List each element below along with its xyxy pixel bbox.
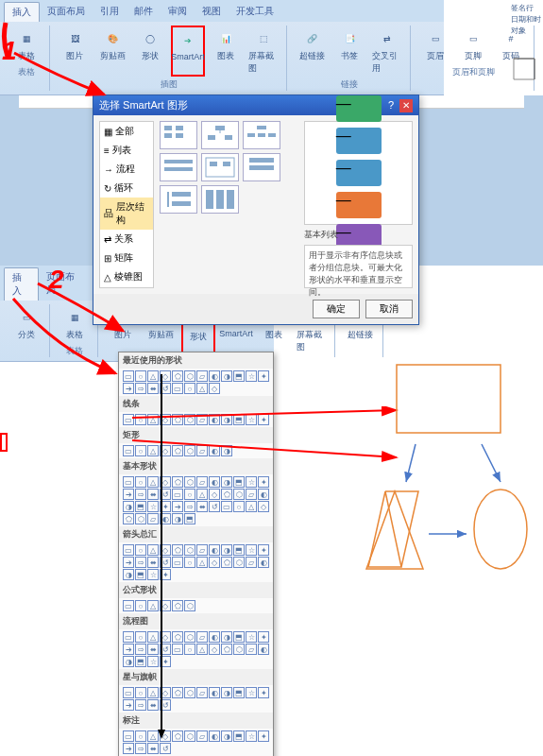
help-icon[interactable]: ? — [384, 99, 398, 112]
footer-button[interactable]: ▭页脚 — [456, 26, 490, 64]
shape-option[interactable]: ⬠ — [172, 730, 183, 742]
shape-option[interactable]: ◇ — [160, 631, 171, 643]
shape-option[interactable]: ○ — [135, 476, 146, 488]
shape-option[interactable]: ▱ — [147, 513, 159, 524]
tab-dev[interactable]: 开发工具 — [229, 2, 281, 22]
shape-option[interactable]: ➔ — [123, 557, 134, 568]
shape-option[interactable]: ◐ — [209, 445, 220, 456]
shape-option[interactable]: ◇ — [258, 501, 269, 512]
thumb[interactable] — [160, 121, 197, 149]
shape-option[interactable]: ◐ — [209, 631, 220, 643]
tab-layout[interactable]: 页面布局 — [40, 2, 93, 22]
hyperlink-button[interactable]: 🔗超链接 — [295, 26, 329, 77]
shape-option[interactable]: ✦ — [258, 476, 269, 488]
shape-option[interactable]: ✦ — [160, 501, 171, 512]
shape-option[interactable]: △ — [196, 489, 208, 500]
shape-option[interactable]: ▭ — [123, 544, 134, 556]
shape-option[interactable]: ▱ — [196, 414, 208, 425]
shape-option[interactable]: ▭ — [123, 730, 134, 742]
shape-option[interactable]: ◑ — [221, 631, 232, 643]
shape-option[interactable]: ➔ — [123, 383, 134, 394]
shape-option[interactable]: ◐ — [209, 687, 220, 698]
tab-insert-2[interactable]: 插入 — [4, 267, 39, 301]
shape-option[interactable]: △ — [147, 445, 159, 456]
cat-matrix[interactable]: ⊞矩阵 — [100, 249, 153, 267]
shape-option[interactable]: ◇ — [209, 644, 220, 655]
shape-option[interactable]: ⇨ — [135, 743, 146, 754]
shape-option[interactable]: ⬡ — [233, 644, 245, 655]
shape-option[interactable]: ⇨ — [135, 699, 146, 711]
thumb[interactable] — [201, 153, 239, 181]
shape-option[interactable]: ◇ — [160, 544, 171, 556]
shape-option[interactable]: ⬌ — [147, 383, 159, 394]
shape-option[interactable]: ◇ — [160, 476, 171, 488]
shape-option[interactable]: ◑ — [221, 730, 232, 742]
shape-option[interactable]: ▭ — [123, 631, 134, 643]
shape-option[interactable]: ✦ — [160, 656, 171, 667]
shape-option[interactable]: ▭ — [123, 600, 134, 611]
shape-option[interactable]: ◐ — [209, 544, 220, 556]
shape-option[interactable]: ○ — [184, 644, 195, 655]
shape-option[interactable]: ▭ — [123, 687, 134, 698]
shape-option[interactable]: ◑ — [123, 569, 134, 580]
chart-button[interactable]: 📊图表 — [209, 26, 243, 77]
shape-option[interactable]: △ — [147, 476, 159, 488]
thumb[interactable] — [160, 153, 197, 181]
thumb[interactable] — [243, 121, 280, 149]
shape-option[interactable]: ⬠ — [221, 644, 232, 655]
thumb[interactable] — [160, 185, 197, 214]
shape-option[interactable]: ◑ — [172, 513, 183, 524]
header-button[interactable]: ▭页眉 — [418, 26, 452, 64]
smartart-button[interactable]: ➔SmartArt — [171, 26, 205, 77]
shape-option[interactable]: △ — [196, 644, 208, 655]
shape-option[interactable]: ⬒ — [233, 476, 245, 488]
shape-option[interactable]: ▱ — [196, 544, 208, 556]
shape-option[interactable]: ➔ — [123, 489, 134, 500]
shape-option[interactable]: ◑ — [123, 656, 134, 667]
ok-button[interactable]: 确定 — [313, 300, 360, 318]
shape-option[interactable]: ○ — [135, 544, 146, 556]
shape-option[interactable]: ⬠ — [172, 631, 183, 643]
shape-option[interactable]: ◑ — [221, 687, 232, 698]
shape-option[interactable]: ☆ — [147, 569, 159, 580]
shape-option[interactable]: ▭ — [172, 644, 183, 655]
shape-option[interactable]: ⬒ — [233, 544, 245, 556]
tables-button-2[interactable]: ▦表格 — [58, 304, 92, 343]
shape-option[interactable]: ▱ — [246, 489, 257, 500]
shape-option[interactable]: ⬠ — [221, 489, 232, 500]
shape-option[interactable]: ◑ — [221, 445, 232, 456]
shape-option[interactable]: ✦ — [258, 730, 269, 742]
shape-option[interactable]: ○ — [135, 687, 146, 698]
shape-option[interactable]: ◑ — [221, 476, 232, 488]
shape-option[interactable]: △ — [196, 383, 208, 394]
shape-option[interactable]: ○ — [184, 383, 195, 394]
shape-option[interactable]: ▭ — [123, 445, 134, 456]
shape-option[interactable]: ⇨ — [135, 644, 146, 655]
shape-option[interactable]: ✦ — [258, 370, 269, 382]
shape-option[interactable]: ▭ — [221, 501, 232, 512]
shape-option[interactable]: ⬒ — [135, 656, 146, 667]
shape-option[interactable]: ◑ — [123, 501, 134, 512]
close-icon[interactable]: ✕ — [399, 99, 413, 112]
picture-button[interactable]: 🖼图片 — [58, 26, 92, 77]
shape-option[interactable]: ☆ — [246, 631, 257, 643]
shape-option[interactable]: ○ — [184, 557, 195, 568]
shape-option[interactable]: ◑ — [221, 544, 232, 556]
shape-option[interactable]: ◐ — [209, 476, 220, 488]
shape-option[interactable]: ○ — [135, 600, 146, 611]
shape-option[interactable]: ⬌ — [147, 743, 159, 754]
shape-option[interactable]: ⇨ — [184, 501, 195, 512]
shape-option[interactable]: ○ — [135, 370, 146, 382]
shape-option[interactable]: ◇ — [209, 557, 220, 568]
shape-option[interactable]: ▭ — [172, 383, 183, 394]
shape-option[interactable]: △ — [246, 501, 257, 512]
shape-option[interactable]: ⬠ — [172, 600, 183, 611]
cancel-button[interactable]: 取消 — [365, 300, 413, 318]
shape-option[interactable]: ◐ — [258, 489, 269, 500]
shape-option[interactable]: ▭ — [123, 476, 134, 488]
shape-option[interactable]: ⬡ — [135, 513, 146, 524]
cat-cycle[interactable]: ↻循环 — [100, 179, 153, 198]
shape-option[interactable]: ↺ — [209, 501, 220, 512]
shape-option[interactable]: ⬌ — [147, 699, 159, 711]
shape-option[interactable]: △ — [147, 414, 159, 425]
